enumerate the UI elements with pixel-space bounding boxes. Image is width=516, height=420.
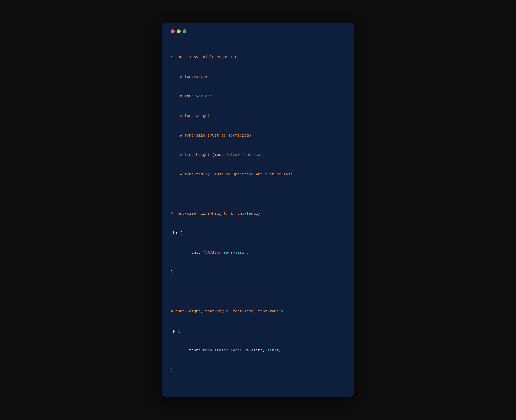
- code-line-9: .h1 {: [171, 230, 345, 236]
- code-line-7: # font-family (must be specified and mus…: [171, 171, 345, 178]
- code-line-15: }: [171, 367, 345, 373]
- code-line-1: # Font -> Avaialble Properties:: [171, 54, 345, 60]
- code-editor-window: # Font -> Avaialble Properties: # font-s…: [162, 23, 354, 396]
- code-line-4: # font-weight: [171, 113, 345, 119]
- minimize-button[interactable]: [177, 29, 181, 33]
- code-line-8: # font-size, line-height, & font-family: [171, 210, 345, 217]
- code-line-10: font: 75%/18px sans-serif;: [171, 249, 345, 256]
- code-line-6: # line-height (must follow font-size): [171, 152, 345, 158]
- code-line-5: # font-size (must be speficied): [171, 132, 345, 139]
- code-blank-2: [171, 289, 345, 295]
- code-line-2: # font-style: [171, 74, 345, 80]
- close-button[interactable]: [171, 29, 175, 33]
- code-line-13: .p {: [171, 328, 345, 334]
- code-blank-1: [171, 191, 345, 197]
- maximize-button[interactable]: [183, 29, 186, 33]
- code-line-11: }: [171, 269, 345, 276]
- code-line-3: # font-variant: [171, 93, 345, 100]
- titlebar: [171, 29, 345, 33]
- code-line-12: # font-weight, font-style, font-size, fo…: [171, 308, 345, 315]
- code-content: # Font -> Avaialble Properties: # font-s…: [171, 41, 345, 386]
- code-line-14: font: bold italic large Palatino, serif;: [171, 347, 345, 354]
